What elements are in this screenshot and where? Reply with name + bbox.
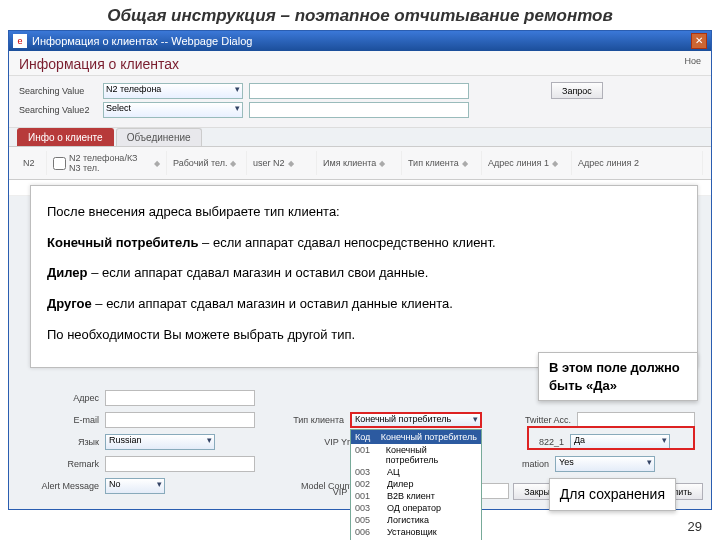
page-heading: Информация о клиентах Hoe	[9, 51, 711, 76]
window-title: Информация о клиентах -- Webpage Dialog	[32, 35, 252, 47]
address-input[interactable]	[105, 390, 255, 406]
highlight-priv-yes	[527, 426, 695, 450]
dd-opt-b2b[interactable]: 001B2B клиент	[351, 490, 481, 502]
slide-title: Общая инструкция – поэтапное отчитывание…	[0, 0, 720, 30]
dd-opt-002[interactable]: 002Дилер	[351, 478, 481, 490]
lbl-email: E-mail	[19, 415, 99, 425]
search-label-2: Searching Value2	[19, 105, 97, 115]
dd-opt-inst[interactable]: 006Установщик	[351, 526, 481, 538]
grid-header: N2 N2 телефона/КЗ N3 тел.◆ Рабочий тел.◆…	[9, 146, 711, 180]
lang-select[interactable]: Russian	[105, 434, 215, 450]
remark-input[interactable]	[105, 456, 255, 472]
search-panel: Searching Value N2 телефона Запрос Searc…	[9, 76, 711, 128]
col-check[interactable]	[53, 157, 66, 170]
lbl-type: Тип клиента	[279, 415, 344, 425]
titlebar: e Информация о клиентах -- Webpage Dialo…	[9, 31, 711, 51]
search-button[interactable]: Запрос	[551, 82, 603, 99]
ov-line5: По необходимости Вы можете выбрать друго…	[47, 323, 681, 348]
client-type-dropdown[interactable]: КодКонечный потребитель 001Конечный потр…	[350, 429, 482, 540]
dd-head-name: Конечный потребитель	[381, 432, 477, 442]
tabs: Инфо о клиенте Объединение	[9, 128, 711, 146]
lbl-priv2: mation	[509, 459, 549, 469]
client-type-select[interactable]: Конечный потребитель	[350, 412, 482, 428]
ov-line1: После внесения адреса выбираете тип клие…	[47, 200, 681, 225]
col-workphone[interactable]: Рабочий тел.	[173, 158, 227, 168]
col-num[interactable]: N2	[23, 158, 35, 168]
ov-line3: Дилер – если аппарат сдавал магазин и ос…	[47, 261, 681, 286]
lbl-vip: VIP Yn	[287, 437, 352, 447]
email-input[interactable]	[105, 412, 255, 428]
dd-opt-003[interactable]: 003АЦ	[351, 466, 481, 478]
ov-line4: Другое – если аппарат сдавал магазин и о…	[47, 292, 681, 317]
search-label-1: Searching Value	[19, 86, 97, 96]
lbl-lang: Язык	[19, 437, 99, 447]
col-user[interactable]: user N2	[253, 158, 285, 168]
ie-icon: e	[13, 34, 27, 48]
search-select-2[interactable]: Select	[103, 102, 243, 118]
col-type[interactable]: Тип клиента	[408, 158, 459, 168]
search-select-1[interactable]: N2 телефона	[103, 83, 243, 99]
tab-merge[interactable]: Объединение	[116, 128, 202, 146]
lbl-alert: Alert Message	[19, 481, 99, 491]
lbl-twitter: Twitter Acc.	[506, 415, 571, 425]
close-icon[interactable]: ✕	[691, 33, 707, 49]
help-link[interactable]: Hoe	[684, 56, 701, 72]
search-input-2[interactable]	[249, 102, 469, 118]
dd-opt-001[interactable]: 001Конечный потребитель	[351, 444, 481, 466]
lbl-address: Адрес	[19, 393, 99, 403]
heading-text: Информация о клиентах	[19, 56, 179, 72]
col-name[interactable]: Имя клиента	[323, 158, 376, 168]
dd-opt-od[interactable]: 003ОД оператор	[351, 502, 481, 514]
alert-select[interactable]: No	[105, 478, 165, 494]
lbl-remark: Remark	[19, 459, 99, 469]
dd-opt-log[interactable]: 005Логистика	[351, 514, 481, 526]
callout-field-yes: В этом поле должно быть «Да»	[538, 352, 698, 401]
dd-head-code: Код	[355, 432, 370, 442]
col-addr1[interactable]: Адрес линия 1	[488, 158, 549, 168]
col-addr2[interactable]: Адрес линия 2	[578, 158, 639, 168]
page-number: 29	[688, 519, 702, 534]
ov-line2: Конечный потребитель – если аппарат сдав…	[47, 231, 681, 256]
col-phone[interactable]: N2 телефона/КЗ N3 тел.	[69, 153, 151, 173]
instruction-overlay: После внесения адреса выбираете тип клие…	[30, 185, 698, 368]
callout-save: Для сохранения	[549, 478, 676, 511]
tab-client-info[interactable]: Инфо о клиенте	[17, 128, 114, 146]
priv2-select[interactable]: Yes	[555, 456, 655, 472]
search-input-1[interactable]	[249, 83, 469, 99]
